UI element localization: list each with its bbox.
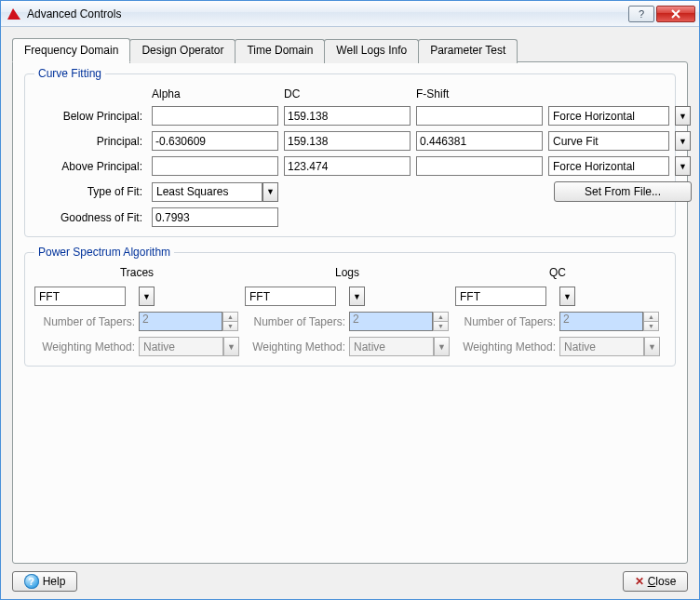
traces-tapers-spin: ▲▼: [222, 312, 238, 331]
traces-tapers-input: 2: [139, 312, 222, 331]
label-traces-tapers: Number of Tapers:: [34, 315, 139, 328]
tab-well-logs-info[interactable]: Well Logs Info: [324, 39, 419, 63]
tab-design-operator[interactable]: Design Operator: [129, 39, 236, 63]
traces-weighting-select: Native: [139, 337, 223, 356]
label-goodness: Goodness of Fit:: [34, 211, 146, 224]
below-mode-dropdown-icon[interactable]: ▼: [675, 106, 691, 126]
window-title: Advanced Controls: [27, 7, 628, 20]
app-icon: [7, 7, 21, 21]
above-fshift-input[interactable]: [416, 156, 543, 176]
below-fshift-input[interactable]: [416, 106, 543, 126]
qc-tapers-spin: ▲▼: [643, 312, 659, 331]
qc-algo-dropdown-icon[interactable]: ▼: [559, 287, 575, 306]
close-icon: ✕: [635, 575, 644, 588]
traces-weighting-dropdown-icon: ▼: [223, 337, 239, 356]
logs-tapers-input: 2: [349, 312, 433, 331]
psa-col-logs: Logs FFT ▼ Number of Tapers: 2 ▲▼ Weight…: [245, 266, 455, 356]
label-qc-tapers: Number of Tapers:: [455, 315, 559, 328]
set-from-file-button[interactable]: Set From File...: [554, 181, 692, 202]
type-of-fit-select[interactable]: Least Squares: [152, 182, 262, 202]
content-area: Frequency Domain Design Operator Time Do…: [1, 27, 699, 564]
svg-marker-0: [7, 8, 20, 20]
close-button[interactable]: ✕ Close: [623, 571, 688, 592]
label-logs-weighting: Weighting Method:: [245, 340, 349, 353]
type-of-fit-dropdown-icon[interactable]: ▼: [262, 182, 278, 202]
principal-fshift-input[interactable]: [416, 131, 543, 151]
logs-tapers-spin: ▲▼: [433, 312, 449, 331]
help-titlebar-button[interactable]: ?: [628, 6, 654, 22]
qc-weighting-select: Native: [559, 337, 644, 356]
titlebar: Advanced Controls ?: [1, 1, 699, 27]
tab-time-domain[interactable]: Time Domain: [235, 39, 325, 63]
psa-header-logs: Logs: [245, 266, 450, 279]
label-above-principal: Above Principal:: [34, 160, 146, 173]
curve-fitting-legend: Curve Fitting: [34, 67, 105, 80]
below-dc-input[interactable]: [284, 106, 411, 126]
principal-mode-dropdown-icon[interactable]: ▼: [675, 131, 691, 151]
label-below-principal: Below Principal:: [34, 110, 146, 123]
footer: ? Help ✕ Close: [1, 564, 699, 599]
help-icon: ?: [24, 574, 39, 589]
label-principal: Principal:: [34, 135, 146, 148]
psa-header-traces: Traces: [34, 266, 239, 279]
label-type-of-fit: Type of Fit:: [34, 185, 146, 198]
traces-algo-select[interactable]: FFT: [34, 287, 126, 306]
col-header-dc: DC: [284, 87, 411, 100]
traces-algo-dropdown-icon[interactable]: ▼: [139, 287, 155, 306]
psa-legend: Power Spectrum Algorithm: [34, 246, 174, 259]
above-mode-dropdown-icon[interactable]: ▼: [675, 156, 691, 176]
tab-body: Curve Fitting Alpha DC F-Shift Below Pri…: [12, 61, 688, 564]
tabstrip: Frequency Domain Design Operator Time Do…: [12, 38, 688, 62]
label-traces-weighting: Weighting Method:: [34, 340, 139, 353]
goodness-input[interactable]: [152, 207, 278, 227]
help-button[interactable]: ? Help: [12, 571, 77, 592]
col-header-fshift: F-Shift: [416, 87, 543, 100]
above-alpha-input[interactable]: [152, 156, 278, 176]
above-mode-select[interactable]: Force Horizontal: [548, 156, 669, 176]
psa-header-qc: QC: [455, 266, 660, 279]
psa-col-traces: Traces FFT ▼ Number of Tapers: 2 ▲▼ Weig…: [34, 266, 245, 356]
principal-mode-select[interactable]: Curve Fit: [548, 131, 669, 151]
label-qc-weighting: Weighting Method:: [455, 340, 559, 353]
advanced-controls-window: Advanced Controls ? Frequency Domain Des…: [0, 0, 700, 600]
label-logs-tapers: Number of Tapers:: [245, 315, 349, 328]
below-alpha-input[interactable]: [152, 106, 278, 126]
tab-frequency-domain[interactable]: Frequency Domain: [12, 38, 130, 62]
psa-group: Power Spectrum Algorithm Traces FFT ▼ Nu…: [24, 252, 676, 367]
below-mode-select[interactable]: Force Horizontal: [548, 106, 669, 126]
principal-dc-input[interactable]: [284, 131, 411, 151]
logs-weighting-dropdown-icon: ▼: [434, 337, 450, 356]
tab-parameter-test[interactable]: Parameter Test: [418, 39, 518, 63]
qc-weighting-dropdown-icon: ▼: [644, 337, 660, 356]
above-dc-input[interactable]: [284, 156, 411, 176]
logs-algo-dropdown-icon[interactable]: ▼: [349, 287, 365, 306]
logs-weighting-select: Native: [349, 337, 434, 356]
principal-alpha-input[interactable]: [152, 131, 278, 151]
qc-algo-select[interactable]: FFT: [455, 287, 546, 306]
curve-fitting-group: Curve Fitting Alpha DC F-Shift Below Pri…: [24, 73, 676, 237]
psa-col-qc: QC FFT ▼ Number of Tapers: 2 ▲▼ Weightin…: [455, 266, 666, 356]
titlebar-buttons: ?: [628, 6, 695, 22]
close-titlebar-button[interactable]: [656, 6, 695, 22]
col-header-alpha: Alpha: [152, 87, 278, 100]
qc-tapers-input: 2: [559, 312, 643, 331]
logs-algo-select[interactable]: FFT: [245, 287, 336, 306]
